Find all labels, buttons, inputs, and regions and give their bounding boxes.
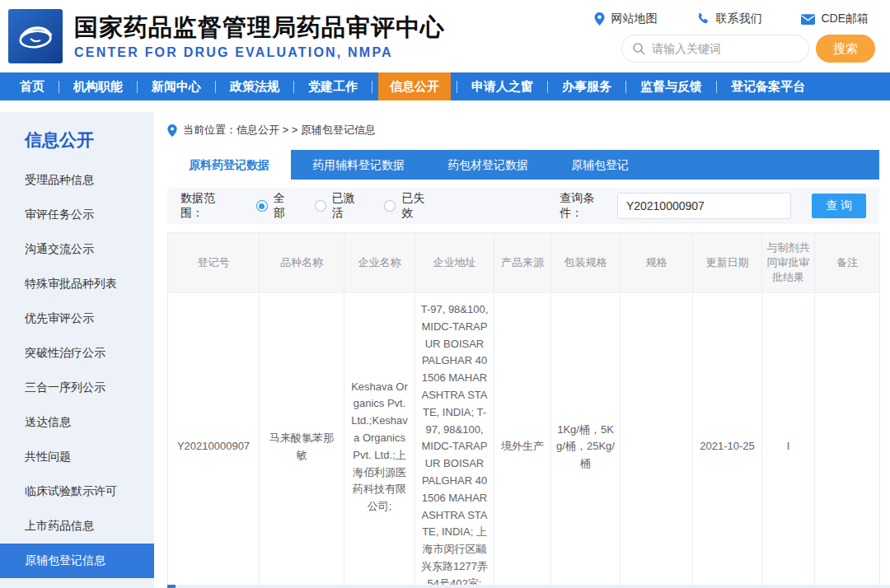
col-product-source: 产品来源 bbox=[494, 233, 551, 293]
query-condition-input[interactable] bbox=[617, 193, 791, 219]
sidebar-item-raw-material-registration[interactable]: 原辅包登记信息 bbox=[0, 544, 154, 578]
cell-registration-number: Y20210000907 bbox=[168, 293, 260, 588]
search-box bbox=[621, 35, 809, 63]
tab-packaging-registration-data[interactable]: 药包材登记数据 bbox=[426, 150, 550, 180]
nav-item-services[interactable]: 办事服务 bbox=[554, 72, 620, 100]
nav-item-policies[interactable]: 政策法规 bbox=[222, 72, 288, 100]
site-header: 国家药品监督管理局药品审评中心 CENTER FOR DRUG EVALUATI… bbox=[0, 0, 890, 72]
tab-raw-material-registration[interactable]: 原辅包登记 bbox=[550, 150, 650, 180]
nav-item-registration-platform[interactable]: 登记备案平台 bbox=[723, 72, 813, 100]
mail-icon bbox=[801, 14, 815, 25]
sitemap-link[interactable]: 网站地图 bbox=[594, 12, 657, 26]
footer-accent bbox=[167, 585, 176, 588]
swan-emblem-icon bbox=[12, 13, 59, 59]
footer-band bbox=[167, 585, 890, 588]
nav-divider bbox=[716, 81, 717, 93]
sidebar-item-clinical-trial[interactable]: 临床试验默示许可 bbox=[0, 474, 154, 509]
nav-divider bbox=[625, 81, 626, 93]
col-registration-number: 登记号 bbox=[168, 233, 260, 293]
cell-company-name: Keshava Organics Pvt. Ltd.;Keshava Organ… bbox=[344, 293, 415, 588]
query-button[interactable]: 查 询 bbox=[812, 194, 866, 218]
nav-item-party[interactable]: 党建工作 bbox=[300, 72, 366, 100]
search-button[interactable]: 搜索 bbox=[816, 35, 875, 63]
col-company-address: 企业地址 bbox=[415, 233, 494, 293]
sidebar-item-priority-review[interactable]: 优先审评公示 bbox=[0, 301, 154, 336]
site-subtitle: CENTER FOR DRUG EVALUATION, NMPA bbox=[74, 45, 445, 60]
nav-divider bbox=[137, 81, 138, 93]
col-remarks: 备注 bbox=[815, 233, 880, 293]
sidebar-item-marketed-drugs[interactable]: 上市药品信息 bbox=[0, 509, 154, 544]
sitemap-label: 网站地图 bbox=[611, 12, 657, 26]
tab-api-registration-data[interactable]: 原料药登记数据 bbox=[167, 150, 291, 180]
sidebar-item-accepted-varieties[interactable]: 受理品种信息 bbox=[0, 163, 154, 198]
nav-item-supervision[interactable]: 监督与反馈 bbox=[632, 72, 710, 100]
sidebar-item-breakthrough-therapy[interactable]: 突破性治疗公示 bbox=[0, 336, 154, 371]
tab-excipient-registration-data[interactable]: 药用辅料登记数据 bbox=[291, 150, 426, 180]
search-row: 搜索 bbox=[621, 35, 875, 63]
registration-table: 登记号 品种名称 企业名称 企业地址 产品来源 包装规格 规格 更新日期 与制剂… bbox=[167, 232, 880, 588]
cell-update-date: 2021-10-25 bbox=[693, 293, 762, 588]
radio-option-expired[interactable]: 已失效 bbox=[384, 191, 436, 221]
col-update-date: 更新日期 bbox=[693, 233, 762, 293]
cell-joint-review-result: I bbox=[762, 293, 815, 588]
header-right: 网站地图 联系我们 CDE邮箱 搜索 bbox=[594, 10, 875, 63]
nav-item-news[interactable]: 新闻中心 bbox=[143, 72, 209, 100]
mailbox-link[interactable]: CDE邮箱 bbox=[801, 12, 869, 26]
cell-variety-name: 马来酸氯苯那敏 bbox=[260, 293, 344, 588]
nav-item-home[interactable]: 首页 bbox=[12, 72, 53, 100]
phone-icon bbox=[696, 12, 710, 26]
cell-remarks bbox=[815, 293, 880, 588]
nav-divider bbox=[372, 81, 372, 93]
sidebar-title: 信息公开 bbox=[0, 128, 154, 152]
filter-bar: 数据范围： 全部 已激活 已失效 查询条件： 查 询 bbox=[167, 188, 879, 224]
table-header-row: 登记号 品种名称 企业名称 企业地址 产品来源 包装规格 规格 更新日期 与制剂… bbox=[168, 233, 880, 293]
radio-option-activated[interactable]: 已激活 bbox=[315, 191, 367, 221]
radio-option-all[interactable]: 全部 bbox=[256, 191, 297, 221]
map-pin-icon bbox=[594, 12, 605, 26]
search-icon bbox=[632, 42, 645, 55]
nav-divider bbox=[457, 81, 457, 93]
breadcrumb-text: 当前位置：信息公开 > > 原辅包登记信息 bbox=[183, 123, 376, 138]
contact-label: 联系我们 bbox=[715, 12, 761, 26]
nav-divider bbox=[547, 81, 548, 93]
nav-divider bbox=[293, 81, 294, 93]
cell-packaging-spec: 1Kg/桶，5Kg/桶，25Kg/桶 bbox=[551, 293, 621, 588]
col-joint-review-result: 与制剂共同审批审批结果 bbox=[762, 233, 815, 293]
contact-link[interactable]: 联系我们 bbox=[696, 12, 761, 26]
sidebar-item-communication[interactable]: 沟通交流公示 bbox=[0, 232, 154, 267]
title-block: 国家药品监督管理局药品审评中心 CENTER FOR DRUG EVALUATI… bbox=[74, 12, 445, 60]
query-condition-label: 查询条件： bbox=[560, 191, 617, 221]
main-nav: 首页 机构职能 新闻中心 政策法规 党建工作 信息公开 申请人之窗 办事服务 监… bbox=[0, 72, 890, 100]
main-area: 信息公开 受理品种信息 审评任务公示 沟通交流公示 特殊审批品种列表 优先审评公… bbox=[0, 112, 890, 588]
col-company-name: 企业名称 bbox=[344, 233, 415, 293]
nav-item-functions[interactable]: 机构职能 bbox=[65, 72, 131, 100]
sidebar-item-special-approval[interactable]: 特殊审批品种列表 bbox=[0, 267, 154, 301]
location-pin-icon bbox=[167, 124, 177, 137]
scope-label: 数据范围： bbox=[180, 191, 238, 221]
col-packaging-spec: 包装规格 bbox=[551, 233, 621, 293]
sidebar-item-three-in-one[interactable]: 三合一序列公示 bbox=[0, 371, 154, 405]
tab-bar: 原料药登记数据 药用辅料登记数据 药包材登记数据 原辅包登记 bbox=[167, 150, 879, 180]
mailbox-label: CDE邮箱 bbox=[821, 12, 869, 26]
content: 当前位置：信息公开 > > 原辅包登记信息 原料药登记数据 药用辅料登记数据 药… bbox=[154, 112, 890, 588]
top-links: 网站地图 联系我们 CDE邮箱 bbox=[594, 12, 869, 26]
nav-item-applicant-window[interactable]: 申请人之窗 bbox=[463, 72, 541, 100]
col-variety-name: 品种名称 bbox=[260, 233, 344, 293]
cde-logo-icon bbox=[8, 9, 63, 63]
cell-company-address: T-97, 98&100, MIDC-TARAPUR BOISAR PALGHA… bbox=[415, 293, 494, 588]
radio-selected-icon bbox=[256, 200, 268, 212]
page: 国家药品监督管理局药品审评中心 CENTER FOR DRUG EVALUATI… bbox=[0, 0, 890, 588]
nav-divider bbox=[215, 81, 216, 93]
nav-item-info-disclosure[interactable]: 信息公开 bbox=[378, 72, 451, 100]
sidebar-item-review-tasks[interactable]: 审评任务公示 bbox=[0, 198, 154, 232]
nav-divider bbox=[59, 81, 59, 93]
cell-product-source: 境外生产 bbox=[494, 293, 551, 588]
col-spec: 规格 bbox=[621, 233, 693, 293]
table-row: Y20210000907 马来酸氯苯那敏 Keshava Organics Pv… bbox=[168, 293, 880, 588]
breadcrumb: 当前位置：信息公开 > > 原辅包登记信息 bbox=[167, 123, 879, 138]
sidebar: 信息公开 受理品种信息 审评任务公示 沟通交流公示 特殊审批品种列表 优先审评公… bbox=[0, 112, 154, 588]
sidebar-item-delivery-info[interactable]: 送达信息 bbox=[0, 405, 154, 440]
search-input[interactable] bbox=[622, 35, 808, 62]
cell-spec bbox=[621, 293, 693, 588]
sidebar-item-common-issues[interactable]: 共性问题 bbox=[0, 440, 154, 474]
